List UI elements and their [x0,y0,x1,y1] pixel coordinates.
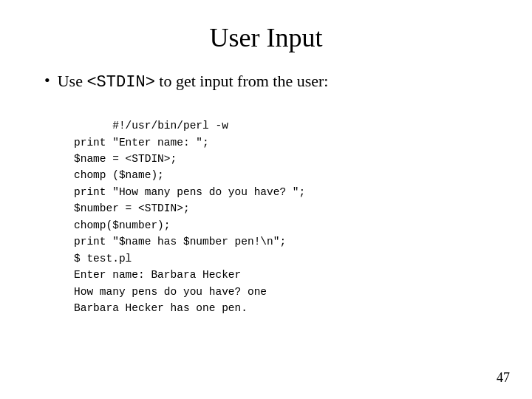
bullet-text: Use <STDIN> to get input from the user: [58,71,329,94]
code-line-6: $number = <STDIN>; [74,202,190,214]
code-block: #!/usr/bin/perl -w print "Enter name: ";… [74,101,495,334]
bullet-item: • Use <STDIN> to get input from the user… [44,71,495,94]
code-line-4: chomp ($name); [74,169,164,181]
bullet-prefix: Use [58,72,87,90]
slide-title: User Input [37,22,495,53]
code-line-2: print "Enter name: "; [74,137,209,149]
code-line-3: $name = <STDIN>; [74,153,177,165]
bullet-dot: • [44,71,50,90]
slide: User Input • Use <STDIN> to get input fr… [0,0,532,399]
bullet-section: • Use <STDIN> to get input from the user… [44,71,495,333]
bullet-suffix: to get input from the user: [155,72,329,90]
code-line-12: Barbara Hecker has one pen. [74,302,248,314]
bullet-inline-code: <STDIN> [86,73,154,92]
code-line-10: Enter name: Barbara Hecker [74,269,241,281]
code-line-1: #!/usr/bin/perl -w [112,120,228,132]
code-line-8: print "$name has $number pen!\n"; [74,236,286,248]
page-number: 47 [497,370,510,386]
code-line-9: $ test.pl [74,253,132,265]
code-line-5: print "How many pens do you have? "; [74,186,305,198]
code-line-11: How many pens do you have? one [74,286,267,298]
code-line-7: chomp($number); [74,219,171,231]
